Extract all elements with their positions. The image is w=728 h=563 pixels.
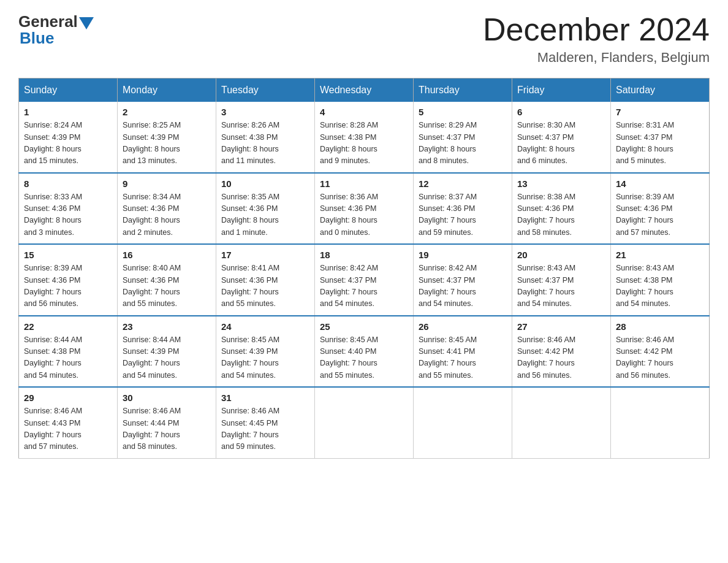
day-info: Sunrise: 8:25 AM Sunset: 4:39 PM Dayligh…: [123, 120, 211, 167]
calendar-cell: 23Sunrise: 8:44 AM Sunset: 4:39 PM Dayli…: [118, 316, 216, 388]
logo-blue-text: Blue: [20, 29, 54, 48]
day-info: Sunrise: 8:30 AM Sunset: 4:37 PM Dayligh…: [517, 120, 605, 167]
day-info: Sunrise: 8:45 AM Sunset: 4:40 PM Dayligh…: [320, 334, 408, 382]
calendar-cell: 8Sunrise: 8:33 AM Sunset: 4:36 PM Daylig…: [19, 173, 118, 245]
calendar-cell: 22Sunrise: 8:44 AM Sunset: 4:38 PM Dayli…: [19, 316, 118, 388]
day-info: Sunrise: 8:42 AM Sunset: 4:37 PM Dayligh…: [419, 262, 507, 310]
calendar-cell: 29Sunrise: 8:46 AM Sunset: 4:43 PM Dayli…: [19, 387, 118, 458]
calendar-cell: 5Sunrise: 8:29 AM Sunset: 4:37 PM Daylig…: [414, 102, 512, 173]
calendar-week-2: 8Sunrise: 8:33 AM Sunset: 4:36 PM Daylig…: [19, 173, 710, 245]
day-number: 10: [221, 178, 309, 189]
day-info: Sunrise: 8:45 AM Sunset: 4:41 PM Dayligh…: [419, 334, 507, 382]
calendar-cell: 20Sunrise: 8:43 AM Sunset: 4:37 PM Dayli…: [512, 244, 611, 316]
day-info: Sunrise: 8:34 AM Sunset: 4:36 PM Dayligh…: [123, 191, 211, 239]
calendar-cell: 25Sunrise: 8:45 AM Sunset: 4:40 PM Dayli…: [315, 316, 414, 388]
day-number: 25: [320, 321, 408, 332]
calendar-cell: [611, 387, 710, 458]
calendar-cell: 21Sunrise: 8:43 AM Sunset: 4:38 PM Dayli…: [611, 244, 710, 316]
day-info: Sunrise: 8:46 AM Sunset: 4:42 PM Dayligh…: [517, 334, 605, 382]
calendar-cell: 10Sunrise: 8:35 AM Sunset: 4:36 PM Dayli…: [216, 173, 315, 245]
calendar-week-5: 29Sunrise: 8:46 AM Sunset: 4:43 PM Dayli…: [19, 387, 710, 458]
logo: General Blue: [18, 12, 95, 48]
col-friday: Friday: [512, 79, 611, 102]
calendar-cell: 16Sunrise: 8:40 AM Sunset: 4:36 PM Dayli…: [118, 244, 216, 316]
day-number: 4: [320, 107, 408, 117]
day-info: Sunrise: 8:43 AM Sunset: 4:38 PM Dayligh…: [616, 262, 704, 310]
day-number: 18: [320, 250, 408, 260]
day-info: Sunrise: 8:38 AM Sunset: 4:36 PM Dayligh…: [517, 191, 605, 239]
day-number: 15: [24, 250, 112, 260]
col-monday: Monday: [118, 79, 216, 102]
day-number: 12: [419, 178, 507, 189]
calendar-cell: 4Sunrise: 8:28 AM Sunset: 4:38 PM Daylig…: [315, 102, 414, 173]
calendar-cell: 27Sunrise: 8:46 AM Sunset: 4:42 PM Dayli…: [512, 316, 611, 388]
col-saturday: Saturday: [611, 79, 710, 102]
day-info: Sunrise: 8:24 AM Sunset: 4:39 PM Dayligh…: [24, 120, 112, 167]
month-year-title: December 2024: [483, 12, 710, 47]
day-number: 21: [616, 250, 704, 260]
calendar-cell: 7Sunrise: 8:31 AM Sunset: 4:37 PM Daylig…: [611, 102, 710, 173]
logo-triangle-icon: [79, 17, 94, 29]
day-info: Sunrise: 8:31 AM Sunset: 4:37 PM Dayligh…: [616, 120, 704, 167]
calendar-cell: 17Sunrise: 8:41 AM Sunset: 4:36 PM Dayli…: [216, 244, 315, 316]
calendar-cell: 6Sunrise: 8:30 AM Sunset: 4:37 PM Daylig…: [512, 102, 611, 173]
day-number: 23: [123, 321, 211, 332]
day-number: 1: [24, 107, 112, 117]
day-info: Sunrise: 8:29 AM Sunset: 4:37 PM Dayligh…: [419, 120, 507, 167]
col-wednesday: Wednesday: [315, 79, 414, 102]
day-number: 28: [616, 321, 704, 332]
calendar-cell: 15Sunrise: 8:39 AM Sunset: 4:36 PM Dayli…: [19, 244, 118, 316]
day-info: Sunrise: 8:46 AM Sunset: 4:44 PM Dayligh…: [123, 405, 211, 453]
day-info: Sunrise: 8:46 AM Sunset: 4:45 PM Dayligh…: [221, 405, 309, 453]
day-number: 7: [616, 107, 704, 117]
day-info: Sunrise: 8:40 AM Sunset: 4:36 PM Dayligh…: [123, 262, 211, 310]
day-info: Sunrise: 8:46 AM Sunset: 4:42 PM Dayligh…: [616, 334, 704, 382]
page-header: General Blue December 2024 Malderen, Fla…: [18, 12, 710, 66]
day-number: 9: [123, 178, 211, 189]
day-number: 22: [24, 321, 112, 332]
day-info: Sunrise: 8:39 AM Sunset: 4:36 PM Dayligh…: [616, 191, 704, 239]
day-info: Sunrise: 8:44 AM Sunset: 4:39 PM Dayligh…: [123, 334, 211, 382]
calendar-cell: [315, 387, 414, 458]
calendar-cell: 9Sunrise: 8:34 AM Sunset: 4:36 PM Daylig…: [118, 173, 216, 245]
calendar-cell: 31Sunrise: 8:46 AM Sunset: 4:45 PM Dayli…: [216, 387, 315, 458]
calendar-header-row: Sunday Monday Tuesday Wednesday Thursday…: [19, 79, 710, 102]
day-number: 2: [123, 107, 211, 117]
day-number: 16: [123, 250, 211, 260]
day-number: 3: [221, 107, 309, 117]
day-info: Sunrise: 8:35 AM Sunset: 4:36 PM Dayligh…: [221, 191, 309, 239]
calendar-cell: 24Sunrise: 8:45 AM Sunset: 4:39 PM Dayli…: [216, 316, 315, 388]
day-number: 11: [320, 178, 408, 189]
col-thursday: Thursday: [414, 79, 512, 102]
calendar-cell: 18Sunrise: 8:42 AM Sunset: 4:37 PM Dayli…: [315, 244, 414, 316]
calendar-table: Sunday Monday Tuesday Wednesday Thursday…: [18, 78, 710, 459]
calendar-cell: 12Sunrise: 8:37 AM Sunset: 4:36 PM Dayli…: [414, 173, 512, 245]
day-number: 13: [517, 178, 605, 189]
location-subtitle: Malderen, Flanders, Belgium: [483, 50, 710, 66]
calendar-cell: 2Sunrise: 8:25 AM Sunset: 4:39 PM Daylig…: [118, 102, 216, 173]
day-info: Sunrise: 8:44 AM Sunset: 4:38 PM Dayligh…: [24, 334, 112, 382]
calendar-cell: 13Sunrise: 8:38 AM Sunset: 4:36 PM Dayli…: [512, 173, 611, 245]
day-number: 24: [221, 321, 309, 332]
day-info: Sunrise: 8:26 AM Sunset: 4:38 PM Dayligh…: [221, 120, 309, 167]
calendar-week-1: 1Sunrise: 8:24 AM Sunset: 4:39 PM Daylig…: [19, 102, 710, 173]
day-number: 6: [517, 107, 605, 117]
day-number: 27: [517, 321, 605, 332]
day-info: Sunrise: 8:28 AM Sunset: 4:38 PM Dayligh…: [320, 120, 408, 167]
day-number: 29: [24, 393, 112, 403]
calendar-cell: 19Sunrise: 8:42 AM Sunset: 4:37 PM Dayli…: [414, 244, 512, 316]
day-number: 14: [616, 178, 704, 189]
day-number: 19: [419, 250, 507, 260]
calendar-cell: 3Sunrise: 8:26 AM Sunset: 4:38 PM Daylig…: [216, 102, 315, 173]
day-info: Sunrise: 8:43 AM Sunset: 4:37 PM Dayligh…: [517, 262, 605, 310]
day-info: Sunrise: 8:39 AM Sunset: 4:36 PM Dayligh…: [24, 262, 112, 310]
calendar-cell: 26Sunrise: 8:45 AM Sunset: 4:41 PM Dayli…: [414, 316, 512, 388]
day-number: 17: [221, 250, 309, 260]
day-number: 31: [221, 393, 309, 403]
day-info: Sunrise: 8:33 AM Sunset: 4:36 PM Dayligh…: [24, 191, 112, 239]
calendar-cell: [512, 387, 611, 458]
calendar-cell: 11Sunrise: 8:36 AM Sunset: 4:36 PM Dayli…: [315, 173, 414, 245]
day-info: Sunrise: 8:42 AM Sunset: 4:37 PM Dayligh…: [320, 262, 408, 310]
day-info: Sunrise: 8:37 AM Sunset: 4:36 PM Dayligh…: [419, 191, 507, 239]
calendar-cell: 1Sunrise: 8:24 AM Sunset: 4:39 PM Daylig…: [19, 102, 118, 173]
